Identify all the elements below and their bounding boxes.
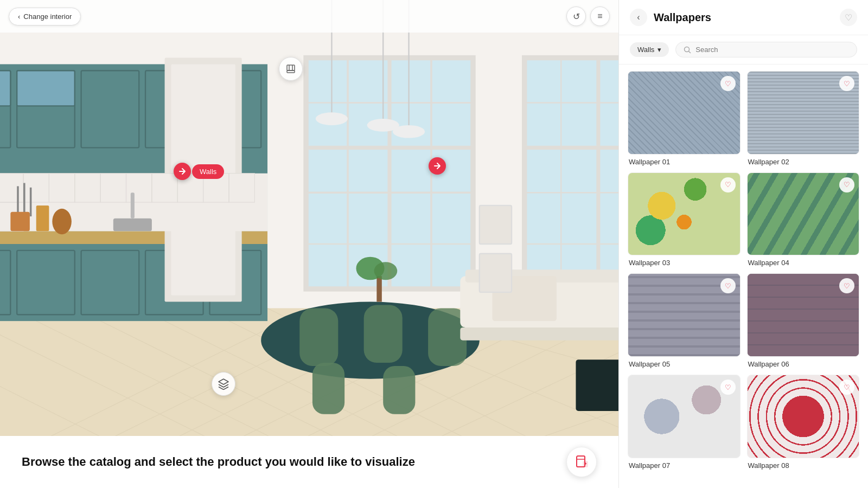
kitchen-svg bbox=[0, 0, 618, 488]
svg-rect-80 bbox=[376, 276, 381, 301]
svg-rect-106 bbox=[36, 206, 49, 231]
heart-icon: ♡ bbox=[845, 12, 852, 23]
material-tool-button[interactable] bbox=[279, 57, 303, 81]
kitchen-scene bbox=[0, 0, 618, 488]
svg-rect-108 bbox=[287, 65, 295, 70]
svg-rect-64 bbox=[364, 305, 403, 363]
instruction-text: Browse the catalog and select the produc… bbox=[22, 455, 415, 469]
right-panel: ‹ Wallpapers ♡ Walls ▾ ♡Wallpaper 01♡Wal… bbox=[618, 0, 868, 488]
change-interior-button[interactable]: ‹ Change interior bbox=[9, 8, 81, 25]
wallpaper-name: Wallpaper 02 bbox=[747, 158, 860, 166]
wallpaper-name: Wallpaper 06 bbox=[747, 360, 860, 368]
wallpaper-name: Wallpaper 04 bbox=[747, 259, 860, 267]
svg-rect-31 bbox=[0, 70, 10, 106]
walls-filter-label: Walls bbox=[637, 46, 654, 54]
top-bar-actions: ↺ ≡ bbox=[566, 7, 610, 26]
layers-button[interactable] bbox=[212, 372, 235, 396]
svg-rect-66 bbox=[312, 363, 344, 414]
search-icon bbox=[684, 46, 691, 54]
svg-rect-67 bbox=[383, 366, 415, 414]
chevron-left-icon: ‹ bbox=[18, 12, 20, 21]
svg-point-82 bbox=[374, 262, 398, 280]
svg-point-73 bbox=[393, 125, 425, 138]
scene-container: Walls bbox=[0, 0, 618, 488]
instruction-bar: Browse the catalog and select the produc… bbox=[0, 436, 618, 488]
wallpaper-item[interactable]: ♡Wallpaper 01 bbox=[628, 71, 741, 166]
panel-heart-button[interactable]: ♡ bbox=[840, 9, 857, 26]
svg-rect-109 bbox=[287, 70, 295, 73]
wallpaper-item[interactable]: ♡Wallpaper 03 bbox=[628, 172, 741, 267]
wallpaper-item[interactable]: ♡Wallpaper 02 bbox=[747, 71, 860, 166]
menu-button[interactable]: ≡ bbox=[590, 7, 610, 26]
wallpaper-name: Wallpaper 08 bbox=[747, 461, 860, 470]
svg-rect-76 bbox=[460, 328, 618, 341]
wallpaper-grid: ♡Wallpaper 01♡Wallpaper 02♡Wallpaper 03♡… bbox=[619, 65, 868, 488]
main-area: ‹ Change interior ↺ ≡ bbox=[0, 0, 618, 488]
wallpaper-name: Wallpaper 01 bbox=[628, 158, 741, 166]
refresh-icon: ↺ bbox=[573, 11, 580, 22]
panel-filters: Walls ▾ bbox=[619, 35, 868, 65]
dropdown-arrow-icon: ▾ bbox=[658, 46, 661, 54]
wallpaper-heart-button[interactable]: ♡ bbox=[839, 76, 854, 91]
wallpaper-item[interactable]: ♡Wallpaper 07 bbox=[628, 375, 741, 470]
wallpaper-name: Wallpaper 07 bbox=[628, 461, 741, 470]
svg-point-107 bbox=[52, 209, 72, 234]
wallpaper-heart-button[interactable]: ♡ bbox=[839, 380, 854, 395]
svg-rect-105 bbox=[10, 212, 30, 232]
refresh-button[interactable]: ↺ bbox=[566, 7, 586, 26]
svg-rect-78 bbox=[480, 206, 512, 244]
wallpaper-item[interactable]: ♡Wallpaper 06 bbox=[747, 273, 860, 368]
wallpaper-name: Wallpaper 03 bbox=[628, 259, 741, 267]
wallpaper-item[interactable]: ♡Wallpaper 08 bbox=[747, 375, 860, 470]
wallpaper-heart-button[interactable]: ♡ bbox=[720, 177, 736, 192]
wallpaper-heart-button[interactable]: ♡ bbox=[720, 76, 736, 91]
walls-dropdown[interactable]: Walls ▾ bbox=[630, 42, 669, 57]
panel-header-left: ‹ Wallpapers bbox=[630, 9, 711, 26]
top-bar: ‹ Change interior ↺ ≡ bbox=[0, 0, 618, 33]
svg-rect-32 bbox=[17, 70, 75, 106]
svg-rect-79 bbox=[480, 254, 512, 292]
walls-marker[interactable]: Walls bbox=[174, 163, 224, 180]
wallpaper-heart-button[interactable]: ♡ bbox=[720, 380, 736, 395]
svg-rect-104 bbox=[131, 192, 135, 218]
wallpaper-name: Wallpaper 05 bbox=[628, 360, 741, 368]
menu-icon: ≡ bbox=[597, 11, 602, 21]
svg-point-69 bbox=[316, 112, 348, 125]
second-marker[interactable] bbox=[429, 157, 446, 175]
back-icon: ‹ bbox=[637, 12, 640, 22]
document-button[interactable] bbox=[566, 447, 597, 477]
panel-header: ‹ Wallpapers ♡ bbox=[619, 0, 868, 35]
panel-title: Wallpapers bbox=[654, 11, 711, 24]
svg-rect-102 bbox=[30, 188, 32, 216]
change-interior-label: Change interior bbox=[23, 12, 72, 21]
svg-line-115 bbox=[689, 51, 691, 53]
search-box bbox=[675, 42, 857, 57]
wallpaper-item[interactable]: ♡Wallpaper 05 bbox=[628, 273, 741, 368]
marker-label[interactable]: Walls bbox=[192, 164, 224, 179]
wallpaper-heart-button[interactable]: ♡ bbox=[720, 278, 736, 293]
svg-rect-63 bbox=[299, 308, 338, 366]
back-button[interactable]: ‹ bbox=[630, 9, 647, 26]
marker-dot[interactable] bbox=[174, 163, 191, 180]
svg-rect-103 bbox=[113, 219, 152, 232]
wallpaper-heart-button[interactable]: ♡ bbox=[839, 177, 854, 192]
search-input[interactable] bbox=[695, 46, 849, 54]
wallpaper-item[interactable]: ♡Wallpaper 04 bbox=[747, 172, 860, 267]
svg-rect-99 bbox=[576, 359, 618, 411]
